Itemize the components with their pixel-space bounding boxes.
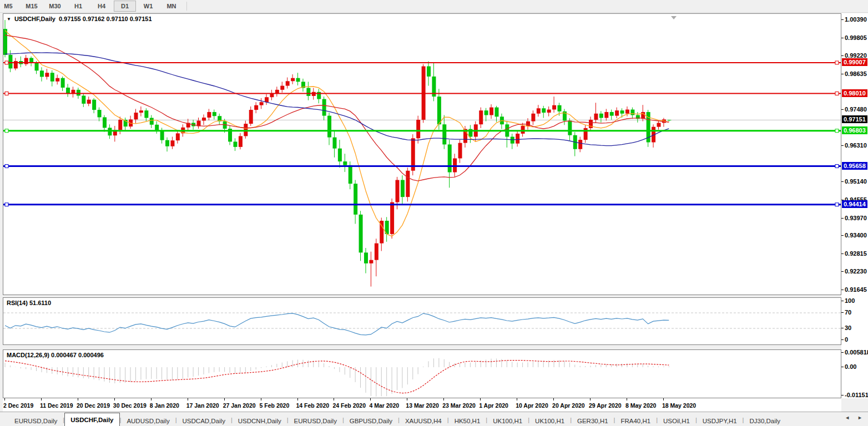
macd-scale-label: 0.00 bbox=[845, 363, 856, 370]
candle-body bbox=[176, 133, 180, 140]
macd-panel[interactable]: MACD(12,26,9) 0.000467 0.000496 bbox=[3, 349, 841, 398]
candle-body bbox=[453, 158, 457, 172]
candle-body bbox=[35, 63, 39, 70]
candlestick-chart[interactable] bbox=[3, 14, 841, 295]
chart-ohlc-values: 0.97155 0.97162 0.97110 0.97151 bbox=[59, 16, 152, 22]
line-handle[interactable] bbox=[5, 129, 8, 133]
chart-tab-ger30-h1[interactable]: GER30,H1 bbox=[572, 415, 614, 426]
rsi-panel[interactable]: RSI(14) 51.6110 bbox=[3, 297, 841, 345]
candle-body bbox=[327, 116, 331, 138]
candle-body bbox=[244, 124, 248, 136]
candle-body bbox=[516, 134, 519, 144]
rsi-scale-label: 100 bbox=[845, 297, 855, 304]
chart-tab-usdjpy-h1[interactable]: USDJPY,H1 bbox=[697, 415, 743, 426]
line-handle[interactable] bbox=[5, 203, 8, 206]
time-tick bbox=[114, 398, 115, 400]
price-chart-panel[interactable]: ▼ USDCHF,Daily 0.97155 0.97162 0.97110 0… bbox=[3, 13, 841, 295]
timeframe-button-mn[interactable]: MN bbox=[160, 1, 183, 12]
horizontal-line-0.96803[interactable] bbox=[3, 129, 841, 133]
chart-tab-usoil-h1[interactable]: USOil,H1 bbox=[658, 415, 695, 426]
tab-scroll-left-icon[interactable]: ◄ bbox=[845, 415, 850, 420]
line-handle[interactable] bbox=[5, 92, 8, 95]
timeframe-button-h1[interactable]: H1 bbox=[67, 1, 89, 12]
tab-scroll-right-icon[interactable]: ► bbox=[857, 415, 862, 420]
time-tick-label: 8 May 2020 bbox=[625, 402, 656, 409]
axis-tick bbox=[841, 19, 844, 20]
candle-body bbox=[87, 100, 91, 104]
chart-tab-usdcnh-daily[interactable]: USDCNH,Daily bbox=[233, 415, 287, 426]
timeframe-button-w1[interactable]: W1 bbox=[137, 1, 159, 12]
chart-tab-usdchf-daily[interactable]: USDCHF,Daily bbox=[64, 413, 119, 426]
chart-shift-marker-icon[interactable] bbox=[671, 16, 677, 19]
candle-body bbox=[51, 73, 54, 82]
line-handle[interactable] bbox=[835, 92, 839, 95]
candle-body bbox=[594, 114, 598, 120]
chart-tab-usdcad-daily[interactable]: USDCAD,Daily bbox=[177, 415, 231, 426]
time-tick-label: 18 May 2020 bbox=[662, 402, 696, 409]
time-tick bbox=[590, 398, 591, 400]
horizontal-line-0.94414[interactable] bbox=[3, 203, 841, 206]
chart-title: ▼ USDCHF,Daily 0.97155 0.97162 0.97110 0… bbox=[7, 16, 152, 22]
line-handle[interactable] bbox=[5, 61, 8, 64]
candle-body bbox=[66, 88, 70, 94]
axis-tick bbox=[841, 328, 844, 328]
axis-tick bbox=[841, 235, 844, 236]
axis-tick bbox=[841, 367, 844, 367]
candle-body bbox=[547, 109, 551, 113]
timeframe-button-h4[interactable]: H4 bbox=[90, 1, 113, 12]
chart-tab-audusd-daily[interactable]: AUDUSD,Daily bbox=[121, 415, 175, 426]
time-tick bbox=[41, 398, 42, 400]
chart-tab-eurusd-daily[interactable]: EURUSD,Daily bbox=[9, 415, 63, 426]
price-axis[interactable]: 1.003900.998050.992200.986350.974800.963… bbox=[841, 13, 868, 398]
chart-tab-eurusd-daily[interactable]: EURUSD,Daily bbox=[289, 415, 342, 426]
axis-tick bbox=[841, 38, 844, 38]
candle-body bbox=[98, 110, 102, 117]
toolbar-divider bbox=[186, 2, 187, 11]
time-tick-label: 13 Mar 2020 bbox=[406, 402, 439, 409]
axis-tick bbox=[841, 312, 844, 313]
rsi-scale-label: 70 bbox=[845, 309, 851, 316]
chart-tab-gbpusd-daily[interactable]: GBPUSD,Daily bbox=[344, 415, 398, 426]
macd-chart[interactable] bbox=[3, 350, 841, 398]
time-tick-label: 29 Apr 2020 bbox=[589, 402, 622, 409]
candle-body bbox=[55, 78, 59, 82]
time-tick bbox=[407, 398, 407, 400]
line-handle[interactable] bbox=[835, 61, 839, 64]
candle-body bbox=[118, 120, 122, 130]
price-tick-label: 0.98635 bbox=[845, 70, 867, 77]
candle-body bbox=[375, 244, 379, 260]
candle-body bbox=[416, 120, 420, 138]
timeframe-button-m5[interactable]: M5 bbox=[0, 1, 19, 12]
candle-body bbox=[103, 117, 107, 128]
axis-tick bbox=[841, 253, 844, 254]
chart-tab-fra40-h1[interactable]: FRA40,H1 bbox=[615, 415, 656, 426]
candle-body bbox=[558, 105, 562, 111]
candle-body bbox=[552, 105, 556, 110]
candle-body bbox=[458, 143, 462, 159]
price-tick-label: 0.92230 bbox=[845, 268, 867, 275]
candle-body bbox=[448, 144, 452, 172]
chart-tab-hk50-h1[interactable]: HK50,H1 bbox=[449, 415, 486, 426]
candle-body bbox=[77, 90, 80, 96]
line-handle[interactable] bbox=[835, 129, 839, 133]
time-tick bbox=[297, 398, 298, 400]
price-tick-label: 0.97480 bbox=[845, 106, 867, 113]
chart-tab-dj30-daily[interactable]: DJ30,Daily bbox=[744, 415, 786, 426]
rsi-label: RSI(14) 51.6110 bbox=[7, 300, 51, 306]
candle-body bbox=[542, 108, 546, 113]
time-axis[interactable]: 2 Dec 201911 Dec 201920 Dec 201930 Dec 2… bbox=[3, 398, 841, 412]
line-handle[interactable] bbox=[835, 203, 839, 206]
time-tick bbox=[334, 398, 334, 400]
timeframe-button-m15[interactable]: M15 bbox=[21, 1, 43, 12]
candle-body bbox=[202, 118, 206, 121]
timeframe-button-d1[interactable]: D1 bbox=[114, 1, 136, 12]
rsi-chart[interactable] bbox=[3, 298, 841, 344]
line-handle[interactable] bbox=[5, 165, 8, 168]
chart-tab-xauusd-h4[interactable]: XAUUSD,H4 bbox=[400, 415, 447, 426]
timeframe-button-m30[interactable]: M30 bbox=[44, 1, 66, 12]
symbol-dropdown-icon[interactable]: ▼ bbox=[7, 17, 11, 22]
candle-body bbox=[343, 161, 347, 165]
chart-tab-uk100-h1[interactable]: UK100,H1 bbox=[487, 415, 528, 426]
chart-tab-uk100-h1[interactable]: UK100,H1 bbox=[529, 415, 570, 426]
line-handle[interactable] bbox=[835, 165, 839, 168]
